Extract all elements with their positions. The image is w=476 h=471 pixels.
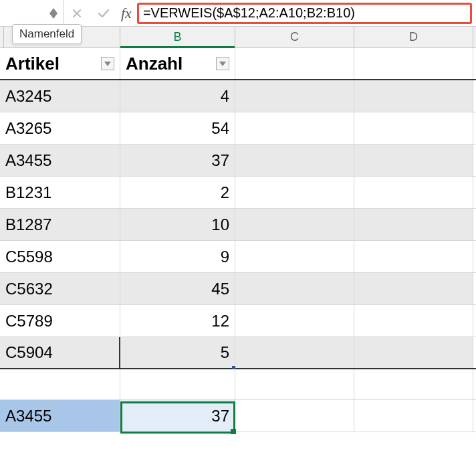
table-row: C5598 9 — [0, 241, 476, 273]
cell[interactable] — [354, 241, 473, 272]
table-row: A3455 37 — [0, 145, 476, 177]
table-row: C5789 12 — [0, 305, 476, 337]
cell[interactable] — [354, 369, 473, 399]
table-header-row: Artikel Anzahl — [0, 48, 476, 80]
cell[interactable] — [354, 209, 473, 240]
cell-anzahl[interactable]: 2 — [120, 177, 235, 208]
svg-marker-0 — [49, 8, 57, 13]
cell[interactable] — [354, 145, 473, 176]
name-box-tooltip: Namenfeld — [12, 24, 82, 44]
cell[interactable] — [235, 337, 354, 368]
cell[interactable] — [0, 369, 120, 399]
cell[interactable] — [235, 209, 354, 240]
cell[interactable] — [235, 177, 354, 208]
cell[interactable] — [354, 80, 473, 112]
table-row: A3265 54 — [0, 112, 476, 145]
cell[interactable] — [354, 305, 473, 337]
header-anzahl-cell[interactable]: Anzahl — [120, 48, 235, 79]
formula-text: =VERWEIS($A$12;A2:A10;B2:B10) — [143, 5, 355, 21]
table-row: B1231 2 — [0, 177, 476, 209]
cell-anzahl[interactable]: 4 — [120, 80, 235, 112]
cell-artikel[interactable]: B1231 — [0, 177, 120, 208]
cell-artikel[interactable]: A3245 — [0, 80, 120, 112]
cell-artikel[interactable]: A3455 — [0, 145, 120, 176]
column-header-d[interactable]: D — [354, 27, 473, 48]
table-row: C5632 45 — [0, 273, 476, 305]
cell[interactable] — [235, 112, 354, 144]
cell[interactable] — [354, 112, 473, 144]
column-header-b[interactable]: B — [120, 27, 235, 48]
name-box[interactable]: Namenfeld — [0, 0, 64, 26]
cell-anzahl[interactable]: 45 — [120, 273, 235, 304]
fx-label[interactable]: fx — [117, 5, 136, 22]
svg-marker-1 — [49, 13, 57, 19]
formula-input[interactable]: =VERWEIS($A$12;A2:A10;B2:B10) — [137, 3, 472, 24]
table-row: C5904 5 — [0, 337, 476, 369]
header-anzahl-label: Anzahl — [126, 54, 183, 74]
cell[interactable] — [235, 400, 354, 432]
table-row: B1287 10 — [0, 209, 476, 241]
table-row — [0, 369, 476, 400]
header-artikel-cell[interactable]: Artikel — [0, 48, 120, 79]
filter-icon[interactable] — [216, 57, 229, 70]
table-row: A3245 4 — [0, 80, 476, 112]
formula-bar: Namenfeld fx =VERWEIS($A$12;A2:A10;B2:B1… — [0, 0, 476, 27]
cell-anzahl[interactable]: 37 — [120, 145, 235, 176]
cell[interactable] — [235, 48, 354, 79]
cell[interactable] — [354, 273, 473, 304]
lookup-row: A3455 37 — [0, 400, 476, 432]
cancel-icon[interactable] — [64, 0, 90, 26]
lookup-key-cell[interactable]: A3455 — [0, 400, 120, 432]
cell[interactable] — [235, 241, 354, 272]
cell-anzahl[interactable]: 12 — [120, 305, 235, 337]
cell[interactable] — [354, 400, 473, 432]
cell-anzahl[interactable]: 54 — [120, 112, 235, 144]
cell-artikel[interactable]: B1287 — [0, 209, 120, 240]
filter-icon[interactable] — [101, 57, 114, 70]
cell-anzahl[interactable]: 10 — [120, 209, 235, 240]
name-box-stepper[interactable] — [49, 8, 57, 19]
cell-artikel[interactable]: A3265 — [0, 112, 120, 144]
cell[interactable] — [235, 305, 354, 337]
cell[interactable] — [120, 369, 235, 399]
cell-anzahl[interactable]: 9 — [120, 241, 235, 272]
cell-artikel[interactable]: C5632 — [0, 273, 120, 304]
svg-marker-3 — [219, 62, 226, 66]
cell[interactable] — [354, 177, 473, 208]
cell[interactable] — [354, 48, 473, 79]
cell-anzahl[interactable]: 5 — [120, 337, 235, 368]
column-header-c[interactable]: C — [235, 27, 354, 48]
header-artikel-label: Artikel — [5, 54, 60, 74]
spreadsheet: A B C D Artikel Anzahl A3245 — [0, 27, 476, 432]
cell[interactable] — [235, 273, 354, 304]
confirm-icon[interactable] — [90, 0, 117, 26]
cell[interactable] — [235, 369, 354, 399]
cell-artikel[interactable]: C5904 — [0, 337, 120, 368]
lookup-result-cell[interactable]: 37 — [120, 400, 235, 432]
cell[interactable] — [354, 337, 473, 368]
cell-artikel[interactable]: C5598 — [0, 241, 120, 272]
svg-marker-2 — [104, 62, 111, 66]
cell[interactable] — [235, 145, 354, 176]
cell-artikel[interactable]: C5789 — [0, 305, 120, 337]
cell[interactable] — [235, 80, 354, 112]
